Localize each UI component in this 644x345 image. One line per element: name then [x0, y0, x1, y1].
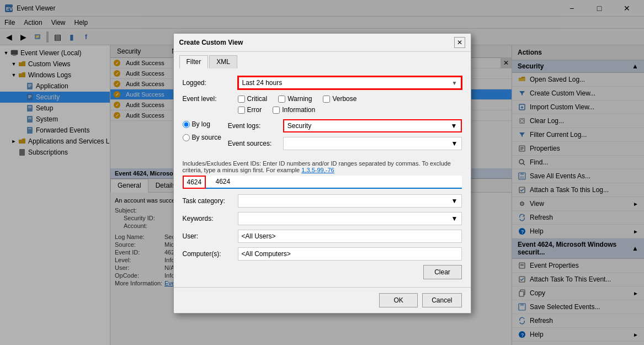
- event-level-checkboxes: Critical Warning Verbose Error: [238, 95, 357, 114]
- task-category-select[interactable]: ▼: [238, 194, 462, 208]
- event-id-help: Includes/Excludes Event IDs: Enter ID nu…: [183, 160, 462, 173]
- modal-close-button[interactable]: ✕: [454, 37, 465, 48]
- logged-row: Logged: Last 24 hours ▼: [183, 76, 462, 89]
- verbose-label: Verbose: [332, 95, 356, 103]
- error-checkbox[interactable]: [238, 107, 245, 114]
- event-level-row: Event level: Critical Warning Verbose: [183, 95, 462, 114]
- event-level-label: Event level:: [183, 95, 238, 103]
- event-id-section: Includes/Excludes Event IDs: Enter ID nu…: [183, 160, 462, 189]
- user-input[interactable]: [238, 230, 462, 243]
- modal-overlay: Create Custom View ✕ Filter XML Logged: …: [0, 0, 644, 345]
- critical-checkbox[interactable]: [238, 95, 245, 103]
- event-id-input-row: 4624: [183, 176, 462, 189]
- computers-row: Computer(s):: [183, 247, 462, 261]
- dropdown-arrow: ▼: [452, 80, 457, 86]
- by-source-radio[interactable]: [183, 134, 190, 141]
- dropdown-arrow-icon: ▼: [451, 122, 457, 130]
- modal-tabs: Filter XML: [174, 52, 471, 68]
- task-category-row: Task category: ▼: [183, 194, 462, 208]
- radio-by-log[interactable]: By log: [183, 120, 221, 128]
- log-source-selects: Event logs: Security ▼ Event sources: ▼: [228, 119, 462, 155]
- event-sources-select[interactable]: ▼: [283, 137, 462, 150]
- modal-form: Logged: Last 24 hours ▼ Event level: Cri…: [174, 68, 471, 287]
- logged-value: Last 24 hours: [242, 79, 283, 87]
- logged-select-wrapper: Last 24 hours ▼: [238, 76, 462, 89]
- ok-button[interactable]: OK: [379, 293, 418, 307]
- critical-label: Critical: [247, 95, 268, 103]
- verbose-checkbox[interactable]: [323, 95, 330, 103]
- event-id-input[interactable]: [183, 176, 462, 189]
- event-logs-row: Event logs: Security ▼: [228, 119, 462, 132]
- information-checkbox[interactable]: [273, 107, 280, 114]
- task-category-label: Task category:: [183, 197, 238, 205]
- radio-group: By log By source: [183, 119, 221, 141]
- dropdown-arrow-icon: ▼: [451, 215, 458, 222]
- warning-label: Warning: [288, 95, 312, 103]
- error-label: Error: [247, 106, 262, 114]
- logged-label: Logged:: [183, 79, 238, 87]
- checkbox-critical[interactable]: Critical: [238, 95, 268, 103]
- dropdown-arrow-icon: ▼: [451, 197, 458, 205]
- clear-row: Clear: [183, 265, 462, 279]
- modal-tab-filter[interactable]: Filter: [179, 55, 209, 68]
- keywords-label: Keywords:: [183, 215, 238, 222]
- modal-title: Create Custom View: [179, 39, 454, 46]
- by-log-radio[interactable]: [183, 121, 190, 128]
- by-source-label: By source: [192, 134, 221, 141]
- checkbox-error[interactable]: Error: [238, 106, 262, 114]
- modal-buttons: OK Cancel: [174, 287, 471, 313]
- keywords-row: Keywords: ▼: [183, 212, 462, 225]
- information-label: Information: [282, 106, 315, 114]
- keywords-select[interactable]: ▼: [238, 212, 462, 225]
- event-logs-label: Event logs:: [228, 122, 283, 130]
- event-id-badge: 4624: [183, 176, 206, 189]
- radio-by-source[interactable]: By source: [183, 134, 221, 141]
- event-logs-select[interactable]: Security ▼: [283, 119, 462, 132]
- clear-button[interactable]: Clear: [423, 265, 462, 279]
- cancel-button[interactable]: Cancel: [422, 293, 461, 307]
- log-source-section: By log By source Event logs: Security ▼: [183, 119, 462, 155]
- by-log-label: By log: [192, 120, 210, 128]
- event-sources-label: Event sources:: [228, 140, 283, 147]
- create-custom-view-dialog: Create Custom View ✕ Filter XML Logged: …: [173, 33, 471, 314]
- dropdown-arrow-icon: ▼: [451, 140, 458, 147]
- example-link[interactable]: 1,3,5-99,-76: [301, 167, 334, 173]
- user-label: User:: [183, 232, 238, 240]
- warning-checkbox[interactable]: [278, 95, 285, 103]
- computers-label: Computer(s):: [183, 250, 238, 258]
- logged-select[interactable]: Last 24 hours ▼: [238, 76, 462, 89]
- modal-tab-xml[interactable]: XML: [209, 55, 237, 68]
- modal-title-bar: Create Custom View ✕: [174, 34, 471, 52]
- computers-input[interactable]: [238, 247, 462, 261]
- user-row: User:: [183, 230, 462, 243]
- event-logs-value: Security: [288, 122, 311, 130]
- checkbox-verbose[interactable]: Verbose: [323, 95, 356, 103]
- event-sources-row: Event sources: ▼: [228, 137, 462, 150]
- checkbox-information[interactable]: Information: [273, 106, 315, 114]
- checkbox-warning[interactable]: Warning: [278, 95, 312, 103]
